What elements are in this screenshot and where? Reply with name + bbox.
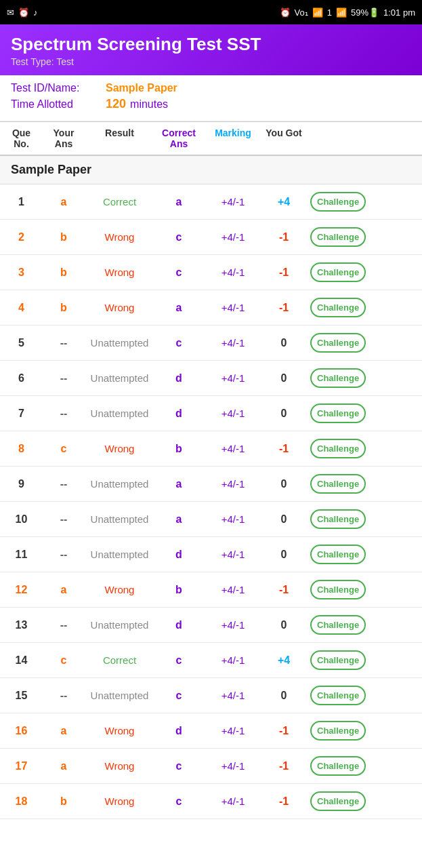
challenge-button[interactable]: Challenge — [310, 262, 366, 282]
cell-you-got: 0 — [260, 513, 308, 526]
cell-challenge[interactable]: Challenge — [308, 650, 368, 670]
cell-challenge[interactable]: Challenge — [308, 721, 368, 741]
cell-you-got: -1 — [260, 302, 308, 314]
challenge-button[interactable]: Challenge — [310, 298, 366, 317]
cell-challenge[interactable]: Challenge — [308, 192, 368, 212]
table-row: 16 a Wrong d +4/-1 -1 Challenge — [0, 713, 422, 749]
table-row: 18 b Wrong c +4/-1 -1 Challenge — [0, 784, 422, 819]
cell-challenge[interactable]: Challenge — [308, 545, 368, 564]
cell-marking: +4/-1 — [206, 337, 260, 349]
cell-correct-ans: a — [152, 302, 206, 314]
battery-icon: 59%🔋 — [351, 7, 379, 18]
table-row: 13 -- Unattempted d +4/-1 0 Challenge — [0, 608, 422, 643]
challenge-button[interactable]: Challenge — [310, 580, 366, 599]
challenge-button[interactable]: Challenge — [310, 474, 366, 494]
cell-your-ans: -- — [40, 513, 87, 526]
cell-result: Wrong — [87, 267, 152, 278]
challenge-button[interactable]: Challenge — [310, 615, 366, 635]
cell-result: Wrong — [87, 795, 152, 807]
cell-marking: +4/-1 — [206, 549, 260, 560]
cell-your-ans: -- — [40, 337, 87, 349]
cell-correct-ans: a — [152, 513, 206, 526]
cell-challenge[interactable]: Challenge — [308, 439, 368, 458]
cell-correct-ans: c — [152, 267, 206, 279]
cell-challenge[interactable]: Challenge — [308, 403, 368, 423]
cell-correct-ans: c — [152, 337, 206, 349]
cell-your-ans: b — [40, 302, 87, 314]
cell-your-ans: a — [40, 760, 87, 772]
cell-marking: +4/-1 — [206, 725, 260, 736]
cell-result: Wrong — [87, 584, 152, 595]
cell-challenge[interactable]: Challenge — [308, 580, 368, 599]
cell-you-got: 0 — [260, 337, 308, 349]
cell-marking: +4/-1 — [206, 760, 260, 772]
challenge-button[interactable]: Challenge — [310, 192, 366, 212]
cell-challenge[interactable]: Challenge — [308, 368, 368, 388]
challenge-button[interactable]: Challenge — [310, 227, 366, 247]
cell-que-no: 5 — [3, 337, 40, 349]
challenge-button[interactable]: Challenge — [310, 545, 366, 564]
cell-marking: +4/-1 — [206, 690, 260, 701]
cell-you-got: +4 — [260, 196, 308, 208]
cell-challenge[interactable]: Challenge — [308, 474, 368, 494]
th-you-got: You Got — [260, 127, 308, 149]
cell-result: Wrong — [87, 443, 152, 454]
cell-challenge[interactable]: Challenge — [308, 227, 368, 247]
time-allotted-row: Time Allotted 120 minutes — [11, 97, 411, 111]
status-icons-right: ⏰ Vo₁ 📶 1 📶 59%🔋 1:01 pm — [280, 7, 415, 18]
table-row: 7 -- Unattempted d +4/-1 0 Challenge — [0, 396, 422, 431]
cell-your-ans: -- — [40, 372, 87, 384]
cell-que-no: 16 — [3, 725, 40, 737]
cell-marking: +4/-1 — [206, 443, 260, 454]
cell-you-got: 0 — [260, 619, 308, 631]
challenge-button[interactable]: Challenge — [310, 403, 366, 423]
cell-que-no: 10 — [3, 513, 40, 526]
cell-result: Wrong — [87, 231, 152, 243]
wifi-icon: 📶 — [312, 7, 323, 18]
challenge-button[interactable]: Challenge — [310, 368, 366, 388]
test-id-label: Test ID/Name: — [11, 82, 106, 94]
challenge-button[interactable]: Challenge — [310, 756, 366, 776]
challenge-button[interactable]: Challenge — [310, 791, 366, 811]
cell-que-no: 14 — [3, 654, 40, 667]
cell-your-ans: -- — [40, 619, 87, 631]
cell-challenge[interactable]: Challenge — [308, 615, 368, 635]
cell-your-ans: c — [40, 443, 87, 455]
challenge-button[interactable]: Challenge — [310, 509, 366, 529]
challenge-button[interactable]: Challenge — [310, 686, 366, 705]
cell-challenge[interactable]: Challenge — [308, 686, 368, 705]
info-section: Test ID/Name: Sample Paper Time Allotted… — [0, 75, 422, 121]
challenge-button[interactable]: Challenge — [310, 333, 366, 353]
table-body: 1 a Correct a +4/-1 +4 Challenge 2 b Wro… — [0, 184, 422, 819]
cell-challenge[interactable]: Challenge — [308, 756, 368, 776]
cell-your-ans: c — [40, 654, 87, 667]
cell-result: Unattempted — [87, 690, 152, 701]
cell-your-ans: -- — [40, 478, 87, 490]
cell-your-ans: -- — [40, 549, 87, 561]
challenge-button[interactable]: Challenge — [310, 721, 366, 741]
cell-result: Unattempted — [87, 408, 152, 419]
challenge-button[interactable]: Challenge — [310, 650, 366, 670]
challenge-button[interactable]: Challenge — [310, 439, 366, 458]
cell-challenge[interactable]: Challenge — [308, 791, 368, 811]
cell-marking: +4/-1 — [206, 267, 260, 278]
status-icons-left: ✉ ⏰ ♪ — [7, 7, 38, 18]
th-correct-ans: CorrectAns — [152, 127, 206, 149]
cell-correct-ans: a — [152, 196, 206, 208]
time-value: 120 — [106, 97, 126, 111]
cell-challenge[interactable]: Challenge — [308, 509, 368, 529]
cell-correct-ans: c — [152, 795, 206, 808]
cell-correct-ans: d — [152, 619, 206, 631]
cell-you-got: 0 — [260, 478, 308, 490]
cell-challenge[interactable]: Challenge — [308, 333, 368, 353]
time-unit: minutes — [130, 98, 168, 111]
cell-result: Wrong — [87, 725, 152, 736]
cell-correct-ans: d — [152, 408, 206, 420]
signal-icon: Vo₁ — [295, 7, 308, 18]
cell-que-no: 9 — [3, 478, 40, 490]
cell-challenge[interactable]: Challenge — [308, 262, 368, 282]
cell-correct-ans: a — [152, 478, 206, 490]
cell-correct-ans: c — [152, 231, 206, 243]
cell-result: Wrong — [87, 302, 152, 313]
cell-challenge[interactable]: Challenge — [308, 298, 368, 317]
